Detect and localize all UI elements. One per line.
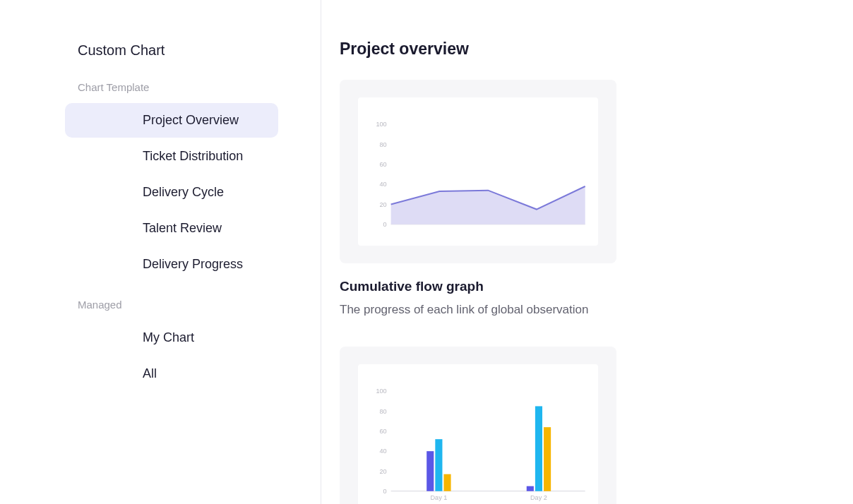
y-axis-ticks: 0 20 40 60 80 100 <box>376 121 386 228</box>
section-label-managed: Managed <box>0 299 321 311</box>
nav-section-managed: Managed My Chart All <box>0 299 321 391</box>
sidebar-item-all[interactable]: All <box>65 356 278 391</box>
sidebar-item-my-chart[interactable]: My Chart <box>65 320 278 355</box>
chart-canvas-area: 0 20 40 60 80 100 <box>358 97 598 246</box>
bar-day2-a <box>527 486 534 491</box>
svg-text:60: 60 <box>379 428 386 435</box>
card-preview: 0 20 40 60 80 100 <box>340 347 616 504</box>
page-title: Project overview <box>340 40 853 59</box>
card-preview: 0 20 40 60 80 100 <box>340 80 616 263</box>
bar-day2-b <box>535 406 542 491</box>
sidebar-item-ticket-distribution[interactable]: Ticket Distribution <box>65 139 278 174</box>
app-root: Custom Chart Chart Template Project Over… <box>0 0 853 504</box>
bar-day1-a <box>426 451 434 491</box>
svg-text:40: 40 <box>379 448 386 455</box>
card-description: The progress of each link of global obse… <box>340 301 616 318</box>
y-axis-ticks: 0 20 40 60 80 100 <box>376 388 386 495</box>
svg-text:100: 100 <box>376 121 386 128</box>
svg-text:0: 0 <box>383 488 387 495</box>
sidebar-title: Custom Chart <box>0 42 321 59</box>
sidebar: Custom Chart Chart Template Project Over… <box>0 0 321 504</box>
bar-day1-c <box>443 474 451 491</box>
sidebar-item-project-overview[interactable]: Project Overview <box>65 103 278 138</box>
bar-chart-svg: 0 20 40 60 80 100 <box>371 377 585 504</box>
svg-text:40: 40 <box>379 181 386 188</box>
svg-text:100: 100 <box>376 388 386 395</box>
area-fill <box>391 186 585 224</box>
main-content: Project overview 0 20 40 60 80 100 <box>321 0 853 504</box>
bar-cat-label-1: Day 1 <box>431 494 448 501</box>
bar-day1-b <box>435 439 442 491</box>
svg-text:20: 20 <box>379 467 386 474</box>
card-cumulative-flow[interactable]: 0 20 40 60 80 100 C <box>340 80 616 318</box>
section-label-templates: Chart Template <box>0 81 321 93</box>
area-chart-svg: 0 20 40 60 80 100 <box>371 110 585 239</box>
sidebar-item-delivery-cycle[interactable]: Delivery Cycle <box>65 175 278 210</box>
chart-canvas-bar: 0 20 40 60 80 100 <box>358 364 598 504</box>
svg-text:80: 80 <box>379 407 386 414</box>
nav-section-templates: Chart Template Project Overview Ticket D… <box>0 81 321 282</box>
svg-text:60: 60 <box>379 161 386 168</box>
card-wip-trend[interactable]: 0 20 40 60 80 100 <box>340 347 616 504</box>
svg-text:0: 0 <box>383 221 387 228</box>
cards-row-1: 0 20 40 60 80 100 C <box>340 80 853 504</box>
sidebar-item-talent-review[interactable]: Talent Review <box>65 211 278 246</box>
svg-text:20: 20 <box>379 201 386 208</box>
svg-text:80: 80 <box>379 141 386 148</box>
bar-cat-label-2: Day 2 <box>530 494 547 501</box>
sidebar-item-delivery-progress[interactable]: Delivery Progress <box>65 247 278 282</box>
bar-day2-c <box>544 427 551 491</box>
card-title: Cumulative flow graph <box>340 279 616 294</box>
